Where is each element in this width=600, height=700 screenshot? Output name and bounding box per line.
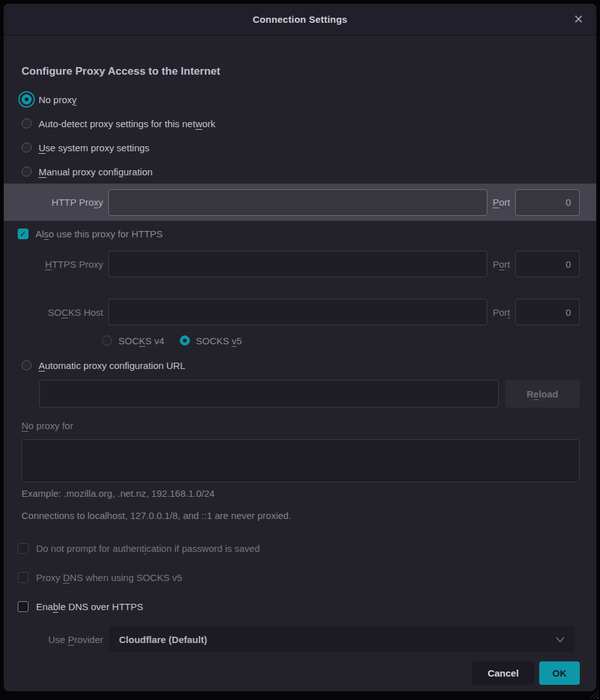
http-port-input[interactable] (515, 189, 580, 216)
radio-label-no-proxy: No proxy (39, 94, 77, 105)
radio-socks-v5[interactable]: SOCKS v5 (180, 330, 242, 351)
socks-version-group: SOCKS v4 SOCKS v5 (102, 330, 580, 351)
checkbox-icon-enable-doh[interactable] (18, 601, 28, 612)
radio-icon-no-proxy[interactable] (22, 94, 32, 104)
https-port-input[interactable] (515, 251, 580, 277)
socks-host-row: SOCKS Host Port (18, 298, 580, 326)
provider-dropdown[interactable]: Cloudflare (Default) (109, 626, 575, 653)
http-proxy-label: HTTP Proxy (18, 197, 103, 208)
reload-button[interactable]: Reload (505, 380, 580, 408)
https-port-label: Port (492, 259, 510, 270)
options-list: Do not prompt for authentication if pass… (18, 534, 580, 621)
socks-host-input[interactable] (108, 299, 487, 325)
cancel-button[interactable]: Cancel (472, 661, 534, 685)
socks-port-label: Port (492, 307, 510, 318)
http-port-label: Port (492, 197, 510, 208)
radio-socks-v4[interactable]: SOCKS v4 (102, 330, 165, 351)
connection-settings-dialog: Connection Settings ✕ Configure Proxy Ac… (4, 4, 596, 691)
radio-auto-detect[interactable]: Auto-detect proxy settings for this netw… (22, 111, 580, 135)
checkbox-icon-also-https[interactable]: ✓ (18, 228, 28, 239)
radio-icon-socks-v5[interactable] (180, 335, 190, 346)
radio-label-auto-detect: Auto-detect proxy settings for this netw… (39, 118, 215, 129)
checkbox-also-https[interactable]: ✓ Also use this proxy for HTTPS (18, 223, 580, 244)
radio-label-socks-v4: SOCKS v4 (118, 335, 165, 346)
dialog-footer: Cancel OK (18, 661, 580, 685)
socks-host-label: SOCKS Host (18, 307, 103, 318)
radio-manual-config[interactable]: Manual proxy configuration (22, 159, 580, 184)
checkbox-icon-proxy-dns[interactable] (18, 572, 28, 583)
https-proxy-row: HTTPS Proxy Port (18, 250, 580, 278)
no-proxy-for-label: No proxy for (22, 420, 580, 434)
localhost-note-text: Connections to localhost, 127.0.0.1/8, a… (22, 510, 580, 524)
https-proxy-input[interactable] (108, 251, 487, 277)
https-proxy-label: HTTPS Proxy (18, 259, 103, 270)
provider-selected-value: Cloudflare (Default) (119, 634, 207, 645)
auto-url-input[interactable] (39, 380, 499, 408)
radio-label-auto-url: Automatic proxy configuration URL (39, 360, 185, 371)
use-provider-label: Use Provider (18, 634, 103, 645)
checkbox-proxy-dns[interactable]: Proxy DNS when using SOCKS v5 (18, 563, 580, 592)
close-icon[interactable]: ✕ (571, 12, 586, 27)
checkbox-icon-no-prompt-auth[interactable] (18, 543, 28, 554)
checkbox-label-no-prompt-auth: Do not prompt for authentication if pass… (36, 543, 260, 554)
dialog-title-bar: Connection Settings ✕ (4, 4, 596, 35)
radio-icon-use-system[interactable] (22, 142, 32, 153)
dialog-title: Connection Settings (253, 14, 347, 25)
checkbox-no-prompt-auth[interactable]: Do not prompt for authentication if pass… (18, 534, 580, 563)
checkbox-label-enable-doh: Enable DNS over HTTPS (36, 601, 143, 612)
radio-use-system[interactable]: Use system proxy settings (22, 135, 580, 159)
radio-no-proxy[interactable]: No proxy (22, 87, 580, 111)
radio-label-socks-v5: SOCKS v5 (196, 335, 242, 346)
page-title: Configure Proxy Access to the Internet (22, 65, 580, 78)
checkbox-enable-doh[interactable]: Enable DNS over HTTPS (18, 592, 580, 621)
checkbox-label-proxy-dns: Proxy DNS when using SOCKS v5 (36, 572, 182, 583)
no-proxy-for-textarea[interactable] (22, 439, 580, 482)
checkbox-label-also-https: Also use this proxy for HTTPS (35, 228, 163, 239)
provider-row: Use Provider Cloudflare (Default) (18, 626, 580, 653)
radio-auto-url[interactable]: Automatic proxy configuration URL (22, 353, 580, 377)
http-proxy-input[interactable] (108, 189, 487, 216)
dialog-content: Configure Proxy Access to the Internet N… (4, 35, 596, 685)
auto-url-row: Reload (39, 380, 580, 408)
http-proxy-row-highlight: HTTP Proxy Port (4, 184, 596, 221)
radio-icon-socks-v4[interactable] (102, 335, 112, 346)
ok-button[interactable]: OK (539, 661, 580, 685)
chevron-down-icon (556, 637, 565, 642)
radio-label-manual-config: Manual proxy configuration (39, 166, 153, 177)
radio-icon-auto-url[interactable] (22, 360, 32, 370)
socks-port-input[interactable] (515, 299, 580, 325)
radio-icon-auto-detect[interactable] (22, 118, 32, 128)
no-proxy-example-text: Example: .mozilla.org, .net.nz, 192.168.… (22, 488, 580, 502)
radio-label-use-system: Use system proxy settings (39, 142, 149, 153)
radio-icon-manual-config[interactable] (22, 166, 32, 177)
